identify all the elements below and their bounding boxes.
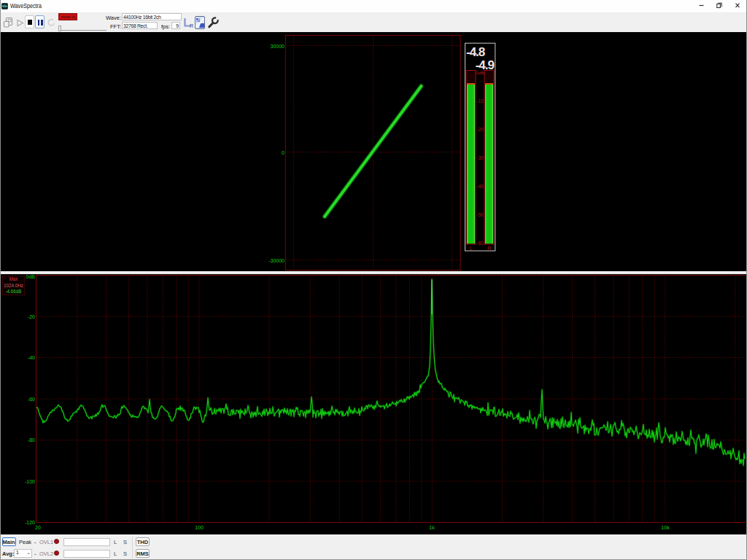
- svg-text:0dB: 0dB: [26, 274, 36, 279]
- svg-text:-4.8: -4.8: [466, 45, 485, 59]
- svg-text:1024.0Hz: 1024.0Hz: [4, 283, 23, 288]
- svg-text:L: L: [470, 246, 473, 251]
- svg-text:R: R: [487, 246, 491, 251]
- svg-text:1k: 1k: [429, 525, 435, 530]
- svg-text:-30: -30: [476, 155, 484, 160]
- svg-text:-20: -20: [476, 127, 484, 132]
- svg-text:20: 20: [35, 525, 41, 530]
- svg-text:-40: -40: [476, 184, 484, 189]
- svg-text:10k: 10k: [661, 525, 670, 530]
- svg-text:-10: -10: [476, 98, 484, 104]
- svg-text:100: 100: [195, 525, 204, 530]
- svg-text:-100: -100: [25, 479, 35, 484]
- svg-text:-20: -20: [28, 314, 35, 319]
- svg-text:-80: -80: [28, 438, 35, 443]
- svg-text:-120: -120: [25, 520, 35, 525]
- svg-text:-60: -60: [476, 241, 484, 246]
- svg-text:30000: 30000: [271, 44, 285, 49]
- svg-text:-50: -50: [476, 212, 484, 217]
- svg-text:0dB: 0dB: [476, 71, 484, 75]
- svg-text:R: R: [190, 23, 193, 28]
- svg-text:-40: -40: [28, 355, 35, 360]
- svg-text:-60: -60: [28, 397, 35, 402]
- svg-text:0: 0: [282, 150, 285, 155]
- svg-text:-30000: -30000: [268, 258, 285, 263]
- svg-text:Max: Max: [9, 276, 19, 281]
- svg-text:-4.66dB: -4.66dB: [5, 289, 21, 294]
